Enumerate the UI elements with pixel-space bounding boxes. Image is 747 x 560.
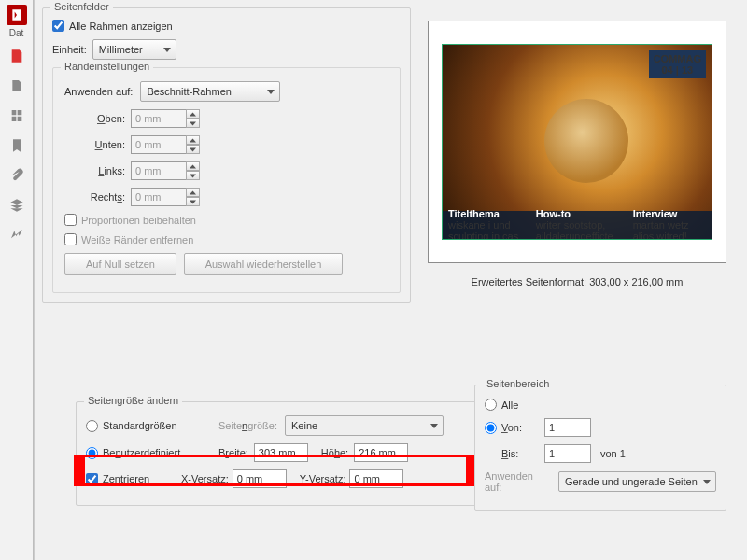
height-label: Höhe: <box>321 447 348 458</box>
width-label: Breite: <box>218 447 248 458</box>
remove-white-checkbox[interactable] <box>64 233 77 245</box>
preview-page-image: COMMAG04 | 13 Titelthemawiskane i und sc… <box>442 44 712 240</box>
to-input[interactable] <box>544 444 591 463</box>
sidebar-tab-label[interactable]: Dat <box>0 28 33 38</box>
adobe-app-icon <box>7 5 27 25</box>
unit-select[interactable]: Millimeter <box>92 39 176 60</box>
right-input[interactable] <box>131 188 187 206</box>
custom-radio[interactable] <box>86 447 98 459</box>
left-input[interactable] <box>131 161 187 180</box>
spin-down-icon[interactable] <box>186 197 200 206</box>
left-sidebar: Dat <box>0 0 34 560</box>
spin-down-icon[interactable] <box>186 145 200 154</box>
proportions-label: Proportionen beibehalten <box>81 215 196 226</box>
standard-sizes-radio[interactable] <box>86 420 98 432</box>
spin-down-icon[interactable] <box>186 171 200 180</box>
page-size-legend: Seitengröße ändern <box>84 395 182 406</box>
preview-badge: COMMAG04 | 13 <box>649 50 706 78</box>
spin-up-icon[interactable] <box>186 188 200 197</box>
bottom-input[interactable] <box>131 135 187 154</box>
show-frames-checkbox[interactable] <box>52 20 64 32</box>
page-preview: COMMAG04 | 13 Titelthemawiskane i und sc… <box>428 21 726 263</box>
unit-label: Einheit: <box>52 44 87 55</box>
of-label: von 1 <box>600 448 626 459</box>
bottom-label: Unten: <box>74 139 125 150</box>
signature-icon[interactable] <box>2 223 32 247</box>
x-offset-label: X-Versatz: <box>181 473 229 484</box>
all-pages-radio[interactable] <box>485 399 497 411</box>
spin-down-icon[interactable] <box>186 119 200 128</box>
page-range-legend: Seitenbereich <box>483 378 553 389</box>
to-label: Bis: <box>501 448 539 459</box>
page-fields-legend: Seitenfelder <box>50 1 113 12</box>
proportions-checkbox[interactable] <box>64 214 77 226</box>
apply-to-select[interactable]: Beschnitt-Rahmen <box>140 81 280 102</box>
standard-sizes-label: Standardgrößen <box>103 420 213 431</box>
page-thumbs-icon[interactable] <box>2 104 32 128</box>
preview-banner: Titelthemawiskane i und sculpting in cas… <box>443 211 712 239</box>
left-label: Links: <box>74 165 125 176</box>
center-label: Zentrieren <box>103 473 176 484</box>
margin-settings-group: Randeinstellungen Anwenden auf: Beschnit… <box>52 67 401 293</box>
apply-to-label: Anwenden auf: <box>64 86 133 97</box>
bottom-spinner[interactable] <box>131 135 200 154</box>
top-spinner[interactable] <box>131 109 200 128</box>
page-size-label: Seitengröße: <box>218 420 277 431</box>
left-spinner[interactable] <box>131 161 200 180</box>
attachment-icon[interactable] <box>2 163 32 188</box>
center-checkbox[interactable] <box>86 473 98 485</box>
height-input[interactable] <box>354 443 408 462</box>
crop-dialog: Seitenfelder Alle Rahmen anzeigen Einhei… <box>34 0 747 560</box>
top-input[interactable] <box>131 109 187 128</box>
spin-up-icon[interactable] <box>186 161 200 171</box>
width-input[interactable] <box>254 443 308 462</box>
apply-to-range-select[interactable]: Gerade und ungerade Seiten <box>558 471 716 492</box>
right-spinner[interactable] <box>131 188 200 206</box>
top-label: Oben: <box>74 113 125 124</box>
spin-up-icon[interactable] <box>186 135 200 145</box>
y-offset-input[interactable] <box>349 469 403 488</box>
from-label: Von: <box>501 422 539 433</box>
right-label: Rechts: <box>74 191 125 203</box>
from-radio[interactable] <box>485 422 497 434</box>
page-size-select[interactable]: Keine <box>285 415 444 436</box>
from-input[interactable] <box>544 418 591 437</box>
restore-selection-button[interactable]: Auswahl wiederherstellen <box>184 253 343 275</box>
spin-up-icon[interactable] <box>186 109 200 119</box>
remove-white-label: Weiße Ränder entfernen <box>81 234 193 245</box>
bookmark-icon[interactable] <box>2 133 32 158</box>
set-zero-button[interactable]: Auf Null setzen <box>64 253 176 275</box>
all-pages-label: Alle <box>501 399 518 411</box>
page-range-group: Seitenbereich Alle Von: Bis: von 1 Anwen… <box>474 385 726 511</box>
x-offset-input[interactable] <box>233 469 287 488</box>
page-icon[interactable] <box>2 74 32 98</box>
custom-label: Benutzerdefiniert <box>103 447 213 458</box>
extended-format-label: Erweitertes Seitenformat: 303,00 x 216,0… <box>428 276 726 287</box>
pdf-icon[interactable] <box>2 44 32 68</box>
page-fields-group: Seitenfelder Alle Rahmen anzeigen Einhei… <box>42 7 411 303</box>
show-frames-label: Alle Rahmen anzeigen <box>69 21 173 32</box>
margin-settings-legend: Randeinstellungen <box>61 61 153 72</box>
apply-to-range-label: Anwenden auf: <box>485 470 553 493</box>
y-offset-label: Y-Versatz: <box>300 473 346 484</box>
layers-icon[interactable] <box>2 193 32 217</box>
page-size-group: Seitengröße ändern Standardgrößen Seiten… <box>76 401 490 506</box>
